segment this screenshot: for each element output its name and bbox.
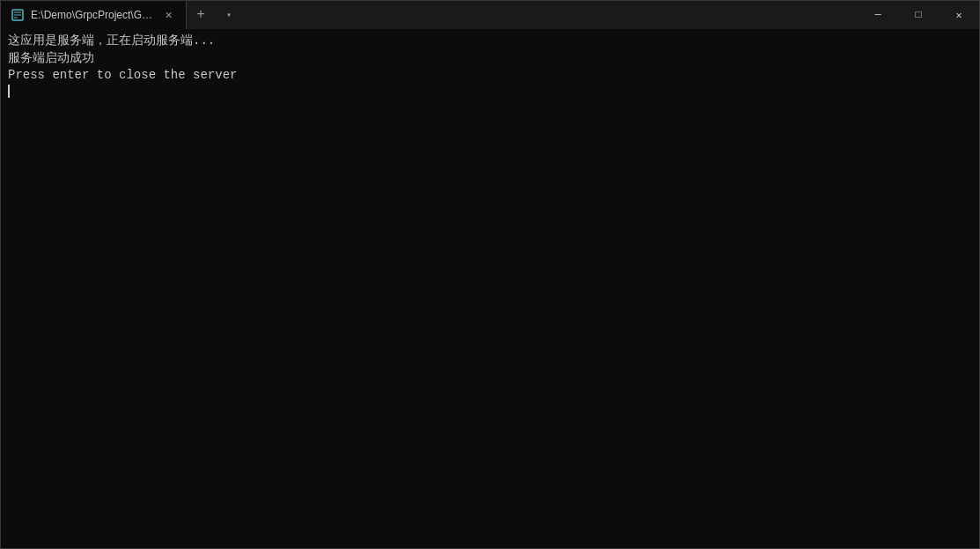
terminal-line-3: Press enter to close the server: [8, 67, 972, 85]
active-tab[interactable]: E:\Demo\GrpcProject\GrpcSe ✕: [1, 1, 187, 29]
tab-icon: [11, 9, 24, 21]
close-button[interactable]: ✕: [939, 1, 979, 29]
tab-dropdown-button[interactable]: ▾: [215, 1, 243, 29]
tab-close-button[interactable]: ✕: [161, 8, 175, 22]
terminal-cursor: [8, 85, 10, 98]
terminal-window: E:\Demo\GrpcProject\GrpcSe ✕ + ▾ ─ □ ✕ 这…: [0, 0, 980, 549]
new-tab-button[interactable]: +: [187, 1, 215, 29]
minimize-button[interactable]: ─: [858, 1, 898, 29]
title-bar-left: E:\Demo\GrpcProject\GrpcSe ✕ + ▾: [1, 1, 243, 29]
terminal-body[interactable]: 这应用是服务端，正在启动服务端... 服务端启动成功 Press enter t…: [1, 29, 979, 548]
tab-title: E:\Demo\GrpcProject\GrpcSe: [31, 9, 154, 21]
terminal-line-2: 服务端启动成功: [8, 50, 972, 68]
terminal-line-1: 这应用是服务端，正在启动服务端...: [8, 33, 972, 50]
maximize-button[interactable]: □: [898, 1, 939, 29]
title-bar-right: ─ □ ✕: [858, 1, 979, 29]
title-bar: E:\Demo\GrpcProject\GrpcSe ✕ + ▾ ─ □ ✕: [1, 1, 979, 29]
cursor-line: [8, 85, 972, 98]
